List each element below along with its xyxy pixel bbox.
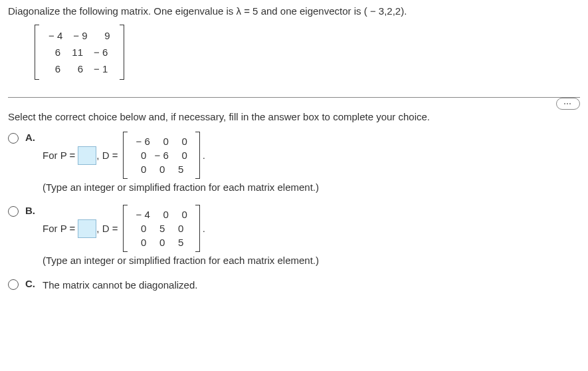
choice-c: C. The matrix cannot be diagonalized. bbox=[8, 278, 580, 296]
matrix-cell: 6 bbox=[43, 61, 66, 77]
matrix-cell: 0 bbox=[150, 235, 169, 249]
matrix-cell: 5 bbox=[169, 235, 187, 249]
matrix-cell: 0 bbox=[169, 221, 187, 235]
radio-c[interactable] bbox=[8, 279, 19, 290]
matrix-cell: 5 bbox=[169, 162, 187, 176]
choice-b-label: B. bbox=[25, 205, 43, 216]
choice-b-prefix: For P = bbox=[43, 223, 75, 234]
choice-a: A. For P = , D = − 6 0 0 0 − 6 0 bbox=[8, 132, 580, 203]
choice-b: B. For P = , D = − 4 0 0 0 5 0 bbox=[8, 205, 580, 277]
matrix-cell: − 9 bbox=[68, 27, 92, 44]
choice-b-p-input[interactable] bbox=[78, 219, 96, 238]
matrix-cell: 0 bbox=[154, 134, 173, 148]
matrix-cell: 0 bbox=[173, 207, 191, 221]
matrix-cell: 0 bbox=[132, 235, 150, 249]
matrix-cell: 0 bbox=[154, 207, 173, 221]
bracket-right bbox=[195, 205, 200, 252]
choice-b-period: . bbox=[203, 223, 205, 234]
matrix-cell: − 6 bbox=[150, 148, 172, 162]
matrix-cell: 6 bbox=[66, 61, 88, 77]
matrix-cell: 6 bbox=[43, 44, 66, 61]
choice-b-mid: , D = bbox=[96, 223, 118, 234]
matrix-cell: − 4 bbox=[132, 207, 153, 221]
matrix-cell: − 6 bbox=[132, 134, 153, 148]
matrix-cell: − 6 bbox=[88, 44, 113, 61]
choice-b-hint: (Type an integer or simplified fraction … bbox=[43, 255, 580, 266]
radio-b[interactable] bbox=[8, 206, 19, 217]
matrix-cell: 0 bbox=[150, 162, 169, 176]
matrix-cell: 0 bbox=[173, 134, 191, 148]
choice-a-label: A. bbox=[25, 132, 43, 143]
choice-c-text: The matrix cannot be diagonalized. bbox=[43, 278, 580, 296]
bracket-left bbox=[123, 205, 128, 252]
choice-b-d-matrix: − 4 0 0 0 5 0 0 0 5 bbox=[123, 205, 199, 252]
matrix-cell: − 4 bbox=[43, 27, 68, 44]
matrix-cell: 11 bbox=[66, 44, 88, 61]
matrix-body: − 4 − 9 9 6 11 − 6 6 6 − 1 bbox=[39, 25, 120, 80]
bracket-right bbox=[195, 132, 200, 179]
matrix-cell: 0 bbox=[132, 148, 150, 162]
choice-a-period: . bbox=[203, 150, 205, 161]
choice-a-mid: , D = bbox=[96, 150, 118, 161]
matrix-cell: 9 bbox=[93, 27, 116, 44]
divider bbox=[8, 97, 580, 98]
more-button[interactable]: ⋯ bbox=[556, 98, 580, 110]
choice-a-d-matrix: − 6 0 0 0 − 6 0 0 0 5 bbox=[123, 132, 199, 179]
matrix-cell: 0 bbox=[173, 148, 191, 162]
question-text: Diagonalize the following matrix. One ei… bbox=[8, 5, 580, 17]
matrix-cell: − 1 bbox=[88, 61, 113, 77]
choice-c-label: C. bbox=[25, 278, 43, 289]
matrix-cell: 5 bbox=[150, 221, 169, 235]
matrix-cell: 0 bbox=[132, 162, 150, 176]
choice-a-p-input[interactable] bbox=[78, 146, 96, 165]
bracket-left bbox=[35, 25, 39, 80]
matrix-a: − 4 − 9 9 6 11 − 6 6 6 − 1 bbox=[35, 25, 124, 80]
matrix-cell: 0 bbox=[132, 221, 150, 235]
bracket-right bbox=[120, 25, 124, 80]
bracket-left bbox=[123, 132, 128, 179]
instruction-text: Select the correct choice below and, if … bbox=[8, 111, 580, 122]
choice-a-prefix: For P = bbox=[43, 150, 75, 161]
radio-a[interactable] bbox=[8, 133, 19, 144]
choice-a-hint: (Type an integer or simplified fraction … bbox=[43, 182, 580, 193]
